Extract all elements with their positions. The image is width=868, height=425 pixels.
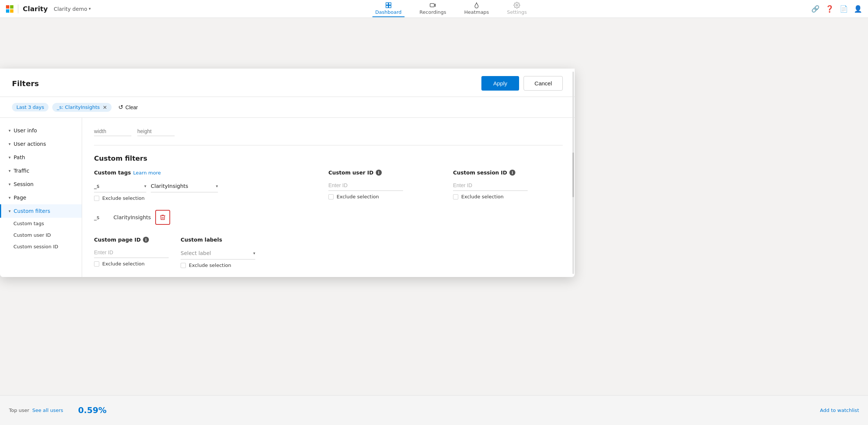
tag-value-chevron-icon: ▾ [216, 184, 218, 189]
nav-settings[interactable]: Settings [504, 0, 530, 17]
labels-exclude-label: Exclude selection [189, 262, 231, 268]
tag-chip-remove-icon[interactable]: ✕ [103, 104, 107, 110]
svg-rect-4 [386, 3, 388, 5]
custom-filters-label: Custom filters [14, 208, 50, 214]
account-icon[interactable]: 👤 [854, 5, 862, 13]
labels-exclude-checkbox[interactable] [181, 263, 186, 268]
page-id-exclude-checkbox[interactable] [94, 261, 99, 267]
custom-session-id-info-icon[interactable]: i [509, 170, 515, 176]
page-id-exclude-label: Exclude selection [102, 261, 145, 267]
custom-tags-row: _s ▾ ClarityInsights ▾ [94, 180, 313, 192]
custom-user-id-group: Custom user ID i Exclude selection [328, 170, 438, 225]
modal-body: ▾ User info ▾ User actions ▾ Path ▾ Traf… [0, 118, 575, 277]
svg-rect-6 [386, 6, 388, 8]
microsoft-logo-icon [6, 5, 13, 13]
modal-scrollbar[interactable] [572, 118, 575, 277]
svg-point-10 [516, 4, 518, 6]
share-icon[interactable]: 🔗 [811, 5, 819, 13]
traffic-label: Traffic [14, 168, 29, 174]
custom-page-id-label: Custom page ID i [94, 237, 169, 243]
user-id-exclude-label: Exclude selection [337, 194, 379, 199]
project-selector[interactable]: Clarity demo ▾ [54, 6, 91, 12]
path-label: Path [14, 154, 25, 160]
sidebar-item-traffic[interactable]: ▾ Traffic [0, 164, 82, 177]
tag-chip-label: _s: ClarityInsights [57, 104, 100, 110]
svg-rect-0 [6, 5, 9, 9]
screen-width-input[interactable] [94, 127, 131, 136]
project-name: Clarity demo [54, 6, 87, 12]
sidebar-item-path[interactable]: ▾ Path [0, 151, 82, 164]
session-chevron-icon: ▾ [9, 182, 11, 187]
trash-icon [159, 214, 166, 221]
tag-value-dropdown[interactable]: ClarityInsights ▾ [151, 180, 218, 192]
user-info-chevron-icon: ▾ [9, 128, 11, 133]
filter-content: Custom filters Custom tags Learn more [82, 118, 575, 277]
clarity-brand-label: Clarity [23, 5, 48, 13]
nav-divider [18, 4, 18, 13]
nav-recordings[interactable]: Recordings [416, 0, 449, 17]
sidebar-item-page[interactable]: ▾ Page [0, 191, 82, 204]
clear-button[interactable]: ↺ Clear [115, 102, 141, 112]
sidebar-sub-custom-session-id[interactable]: Custom session ID [0, 241, 82, 252]
add-to-watchlist-link[interactable]: Add to watchlist [820, 407, 859, 413]
top-user-info: Top user See all users [9, 407, 63, 413]
date-chip: Last 3 days [12, 103, 49, 111]
sidebar-item-user-info[interactable]: ▾ User info [0, 124, 82, 137]
cancel-button[interactable]: Cancel [524, 76, 563, 91]
user-id-exclude-checkbox[interactable] [328, 194, 334, 199]
page-label: Page [14, 195, 26, 201]
nav-heatmaps[interactable]: Heatmaps [461, 0, 492, 17]
existing-tag-value: ClarityInsights [113, 214, 151, 220]
sidebar-item-user-actions[interactable]: ▾ User actions [0, 137, 82, 151]
custom-page-id-group: Custom page ID i Exclude selection [94, 237, 169, 268]
session-id-exclude-label: Exclude selection [461, 194, 504, 199]
custom-filters-chevron-icon: ▾ [9, 209, 11, 214]
bottom-filter-row: Custom page ID i Exclude selection [94, 237, 563, 268]
see-all-users-link[interactable]: See all users [32, 407, 63, 413]
svg-rect-7 [389, 6, 391, 8]
top-filter-row: Custom tags Learn more _s ▾ Clarit [94, 170, 563, 225]
labels-exclude-row: Exclude selection [181, 262, 255, 268]
sidebar-sub-custom-user-id[interactable]: Custom user ID [0, 229, 82, 241]
custom-page-id-input[interactable] [94, 247, 169, 258]
date-chip-label: Last 3 days [16, 104, 44, 110]
custom-labels-label: Custom labels [181, 237, 255, 243]
main-nav: Dashboard Recordings Heatmaps Settings [97, 0, 805, 17]
svg-rect-1 [10, 5, 13, 9]
sidebar-item-custom-filters[interactable]: ▾ Custom filters [0, 204, 82, 218]
help-icon[interactable]: ❓ [825, 5, 834, 13]
nav-dashboard[interactable]: Dashboard [372, 0, 405, 17]
apply-button[interactable]: Apply [481, 76, 519, 91]
custom-labels-group: Custom labels Select label ▾ Exclude sel… [181, 237, 255, 268]
document-icon[interactable]: 📄 [840, 5, 848, 13]
custom-session-id-label: Custom session ID i [453, 170, 563, 176]
custom-labels-dropdown[interactable]: Select label ▾ [181, 247, 255, 259]
tag-key-chevron-icon: ▾ [144, 184, 146, 189]
session-id-exclude-row: Exclude selection [453, 194, 563, 199]
scrollbar-thumb [572, 152, 574, 197]
custom-user-id-info-icon[interactable]: i [376, 170, 382, 176]
custom-session-id-group: Custom session ID i Exclude selection [453, 170, 563, 225]
custom-session-id-sub-label: Custom session ID [13, 244, 58, 249]
screen-height-input[interactable] [137, 127, 175, 136]
tag-key-dropdown[interactable]: _s ▾ [94, 180, 146, 192]
learn-more-link[interactable]: Learn more [133, 170, 161, 176]
svg-rect-8 [430, 4, 434, 7]
custom-session-id-input[interactable] [453, 180, 528, 191]
sidebar-sub-custom-tags[interactable]: Custom tags [0, 218, 82, 229]
filters-modal: Filters Apply Cancel Last 3 days _s: Cla… [0, 69, 575, 277]
heatmaps-icon [473, 2, 480, 9]
tags-exclude-checkbox[interactable] [94, 196, 99, 201]
custom-page-id-info-icon[interactable]: i [143, 237, 149, 243]
session-id-exclude-checkbox[interactable] [453, 194, 458, 199]
recordings-icon [430, 2, 436, 9]
nav-recordings-label: Recordings [419, 9, 446, 15]
custom-filters-title: Custom filters [94, 154, 563, 162]
custom-user-id-input[interactable] [328, 180, 403, 191]
user-id-exclude-row: Exclude selection [328, 194, 438, 199]
brand: Clarity [6, 4, 48, 13]
settings-icon [513, 2, 520, 9]
delete-tag-button[interactable] [155, 210, 170, 225]
sidebar-item-session[interactable]: ▾ Session [0, 177, 82, 191]
clear-icon: ↺ [118, 104, 123, 111]
